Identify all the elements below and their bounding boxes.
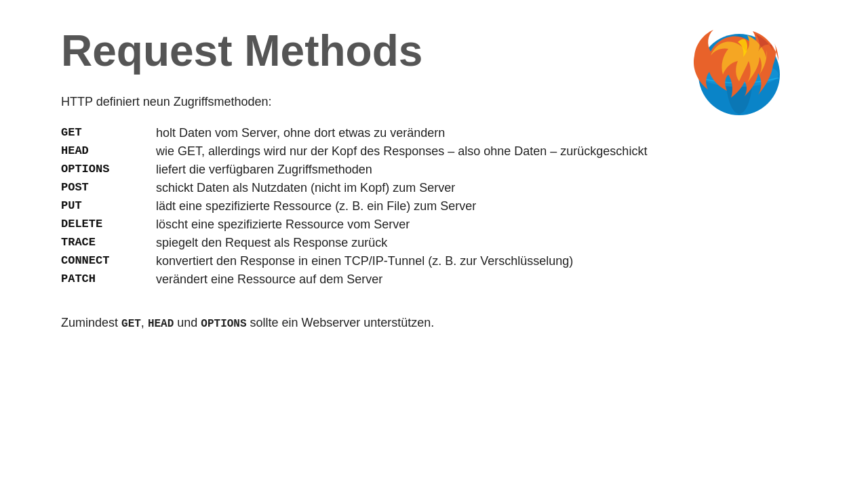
method-description: wie GET, allerdings wird nur der Kopf de… <box>156 142 807 161</box>
table-row: HEADwie GET, allerdings wird nur der Kop… <box>61 142 807 161</box>
methods-table: GETholt Daten vom Server, ohne dort etwa… <box>61 124 807 289</box>
method-name: DELETE <box>61 216 156 234</box>
method-name: GET <box>61 124 156 142</box>
table-row: TRACEspiegelt den Request als Response z… <box>61 234 807 252</box>
table-row: CONNECTkonvertiert den Response in einen… <box>61 252 807 270</box>
method-name: OPTIONS <box>61 161 156 179</box>
method-description: schickt Daten als Nutzdaten (nicht im Ko… <box>156 179 807 197</box>
method-name: CONNECT <box>61 252 156 270</box>
footer-text: Zumindest GET, HEAD und OPTIONS sollte e… <box>61 316 807 330</box>
method-name: PATCH <box>61 270 156 289</box>
page-container: Request Methods HTTP definiert neun Zugr… <box>0 0 868 488</box>
method-description: spiegelt den Request als Response zurück <box>156 234 807 252</box>
method-description: liefert die verfügbaren Zugriffsmethoden <box>156 161 807 179</box>
firefox-logo <box>685 20 793 131</box>
footer-head: HEAD <box>148 318 174 330</box>
method-name: PUT <box>61 197 156 216</box>
method-name: POST <box>61 179 156 197</box>
footer-get: GET <box>121 318 141 330</box>
method-description: löscht eine spezifizierte Ressource vom … <box>156 216 807 234</box>
method-description: konvertiert den Response in einen TCP/IP… <box>156 252 807 270</box>
table-row: DELETElöscht eine spezifizierte Ressourc… <box>61 216 807 234</box>
table-row: OPTIONSliefert die verfügbaren Zugriffsm… <box>61 161 807 179</box>
method-name: TRACE <box>61 234 156 252</box>
method-description: lädt eine spezifizierte Ressource (z. B.… <box>156 197 807 216</box>
footer-options: OPTIONS <box>201 318 246 330</box>
table-row: PUTlädt eine spezifizierte Ressource (z.… <box>61 197 807 216</box>
table-row: POSTschickt Daten als Nutzdaten (nicht i… <box>61 179 807 197</box>
method-description: verändert eine Ressource auf dem Server <box>156 270 807 289</box>
method-name: HEAD <box>61 142 156 161</box>
table-row: PATCHverändert eine Ressource auf dem Se… <box>61 270 807 289</box>
